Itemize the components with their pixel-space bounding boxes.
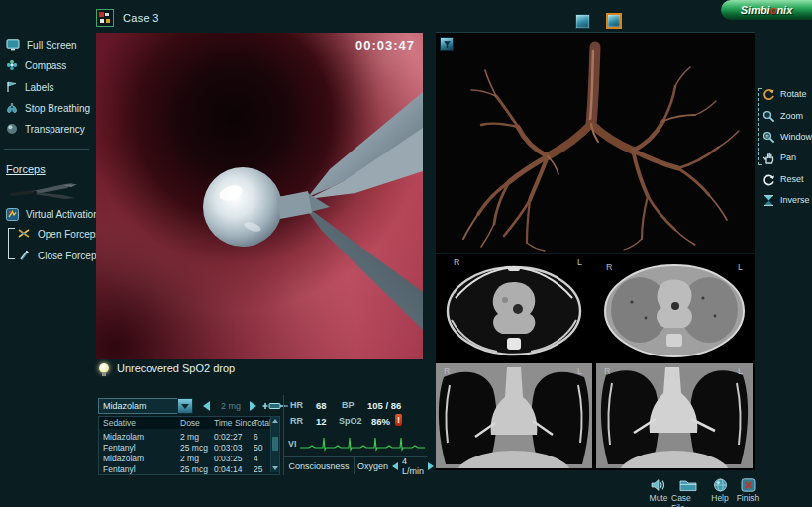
zoom-magnifier-icon [762, 110, 775, 123]
hint-message-text: Unrecovered SpO2 drop [117, 362, 235, 374]
endoscope-viewport[interactable]: 00:03:47 [96, 33, 423, 359]
oxygen-value: 4 L/min [402, 456, 424, 476]
finish-close-icon [741, 478, 756, 492]
ct-coronal-slice-2[interactable]: R L [596, 363, 753, 468]
case-file-button[interactable]: Case File [671, 478, 705, 507]
table-row[interactable]: Midazolam 2 mg 0:02:27 6 [99, 432, 271, 443]
sidebar-item-close-forceps[interactable]: Close Forceps [18, 248, 101, 263]
tool-window[interactable]: Window [762, 129, 812, 145]
sidebar-item-stop-breathing[interactable]: Stop Breathing [6, 100, 90, 116]
dose-value: 2 mg [215, 401, 247, 411]
sedative-history-table: Sedative Dose Time Since Total Midazolam… [98, 416, 280, 475]
scroll-up-icon[interactable] [272, 419, 278, 423]
window-magnifier-icon [762, 131, 775, 144]
scroll-thumb[interactable] [272, 437, 278, 451]
orientation-label-left: L [738, 366, 743, 376]
orientation-label-right: R [454, 257, 460, 267]
medication-panel: Midazolam 2 mg Sedative Dose Time Since … [96, 395, 280, 475]
dropdown-arrow-button[interactable] [177, 398, 193, 414]
sidebar-divider [4, 149, 89, 150]
orientation-label-left: L [577, 257, 582, 267]
spo2-value: 86% [371, 416, 390, 427]
ecg-lead-label: VI [288, 439, 297, 449]
compass-icon [6, 59, 18, 71]
fullscreen-monitor-icon [6, 39, 20, 51]
vitals-panel: HR 68 BP 105 / 86 RR 12 SpO2 86% ! VI Co… [283, 395, 427, 475]
oxygen-decrease-button[interactable] [392, 462, 398, 470]
oxygen-increase-button[interactable] [428, 462, 434, 470]
table-row[interactable]: Fentanyl 25 mcg 0:04:14 25 [99, 464, 271, 475]
sidebar-item-open-forceps[interactable]: Open Forceps [18, 226, 100, 242]
dose-decrease-button[interactable] [203, 401, 210, 411]
case-title: Case 3 [123, 12, 159, 24]
bp-label: BP [342, 400, 355, 410]
sidebar-item-transparency[interactable]: Transparency [6, 121, 85, 137]
oxygen-control: Oxygen 4 L/min [357, 458, 434, 473]
dose-increase-button[interactable] [250, 401, 256, 411]
sedative-dropdown[interactable]: Midazolam [98, 398, 181, 414]
consciousness-button[interactable]: Consciousness [286, 458, 352, 473]
reset-icon [762, 173, 775, 186]
rotate-icon [762, 88, 775, 101]
close-forceps-icon [18, 250, 31, 261]
forceps-and-foreign-body [96, 33, 423, 359]
scroll-down-icon[interactable] [272, 466, 278, 470]
ct-axial-image [596, 254, 753, 359]
orientation-label-left: L [577, 366, 582, 376]
orientation-label-right: R [604, 366, 611, 376]
simbionix-logo: Simbionix [721, 0, 812, 20]
bp-value: 105 / 86 [367, 400, 401, 411]
table-row[interactable]: Fentanyl 25 mcg 0:03:03 50 [99, 443, 271, 454]
ct-coronal-slice-1[interactable]: R L [436, 363, 592, 468]
bronchial-tree-3d-view[interactable] [436, 32, 755, 253]
spo2-label: SpO2 [339, 416, 362, 426]
hint-message-row: Unrecovered SpO2 drop [99, 362, 235, 374]
layout-toggle-icon[interactable] [575, 14, 590, 29]
forceps-section-title: Forceps [6, 163, 46, 175]
tool-rotate[interactable]: Rotate [762, 86, 807, 102]
ct-axial-image [436, 254, 592, 359]
ct-coronal-image [436, 363, 592, 468]
ct-axial-slice-2[interactable]: R L [596, 254, 753, 359]
finish-button[interactable]: Finish [731, 478, 764, 503]
open-forceps-icon [18, 228, 31, 240]
sidebar-item-full-screen[interactable]: Full Screen [6, 37, 77, 52]
sidebar-item-labels[interactable]: Labels [6, 79, 53, 95]
ct-slices-view[interactable]: R L R L [436, 254, 755, 470]
ecg-waveform [300, 435, 425, 453]
label-tag-icon [6, 81, 18, 93]
orientation-label-right: R [606, 262, 613, 272]
elapsed-timer: 00:03:47 [355, 38, 415, 52]
forceps-image [8, 181, 81, 205]
case-thumbnail-icon [96, 9, 114, 27]
chevron-down-icon [181, 404, 189, 409]
transparency-sphere-icon [6, 123, 18, 135]
tool-pan[interactable]: Pan [762, 150, 796, 165]
sidebar-item-compass[interactable]: Compass [6, 57, 66, 73]
orientation-label-left: L [738, 262, 743, 272]
pan-hand-icon [762, 152, 775, 164]
hr-label: HR [290, 400, 303, 410]
layout-toggle-active-icon[interactable] [606, 13, 622, 29]
app-window: Case 3 Simbionix Full Screen Compass Lab… [0, 0, 812, 507]
tool-inverse[interactable]: Inverse [762, 192, 810, 208]
forceps-actions-bracket [8, 228, 15, 259]
table-row[interactable]: Midazolam 2 mg 0:03:25 4 [99, 454, 271, 464]
sidebar-item-virtual-activation[interactable]: Virtual Activation [6, 206, 99, 222]
orientation-label-right: R [444, 366, 451, 376]
tool-zoom[interactable]: Zoom [762, 108, 803, 124]
folder-icon [679, 478, 697, 492]
bronchial-tree-render [436, 33, 755, 253]
virtual-activation-icon [6, 208, 19, 221]
vitals-vertical-divider [354, 457, 355, 474]
ct-coronal-image [596, 363, 753, 468]
inverse-hourglass-icon [762, 194, 775, 207]
table-scrollbar[interactable] [270, 417, 279, 472]
lungs-icon [6, 102, 18, 114]
hint-bulb-icon [99, 363, 109, 373]
tool-reset[interactable]: Reset [762, 171, 804, 187]
oxygen-label: Oxygen [357, 461, 388, 471]
spo2-alert-icon: ! [395, 414, 402, 426]
mute-button[interactable]: Mute [642, 478, 675, 503]
ct-axial-slice-1[interactable]: R L [436, 254, 592, 359]
